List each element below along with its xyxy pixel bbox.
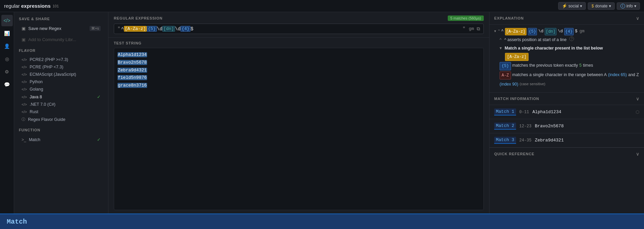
regex-header: REGULAR EXPRESSION 5 matches (560µs) (114, 15, 484, 21)
community-icon: ◎ (5, 56, 9, 62)
match-info-label: MATCH INFORMATION (494, 97, 539, 101)
terminal-icon: >_ (22, 137, 26, 142)
info-label: info (626, 4, 633, 8)
flavor-golang[interactable]: </> Golang (19, 86, 103, 93)
bottom-bar: Match (0, 214, 644, 229)
match-highlight-2: Bravo2n5678 (117, 60, 147, 65)
social-label: social (569, 4, 579, 8)
exp-backslash-d2: \d (558, 28, 563, 35)
match-3-value: Zebra9d4321 (535, 138, 564, 143)
exp-match-arrow: ▾ (500, 45, 502, 52)
code-icon-pcre2: </> (22, 58, 27, 62)
chat-icon: 💬 (4, 82, 10, 87)
add-community-button[interactable]: ▣ Add to Community Libr... (19, 35, 103, 44)
quick-ref-label: QUICK REFERENCE (494, 152, 535, 156)
exp-quant-num: 5 (579, 62, 582, 69)
sidebar-item-user[interactable]: 👤 (1, 40, 13, 52)
social-chevron-icon: ▾ (580, 4, 582, 8)
exp-class-box: [A-Za-z] (505, 53, 529, 61)
flavor-java8[interactable]: </> Java 8 ✓ (19, 93, 103, 101)
flavor-dotnet[interactable]: </> .NET 7.0 (C#) (19, 101, 103, 108)
donate-button[interactable]: $ donate ▾ (588, 2, 614, 10)
sidebar-item-settings[interactable]: ⚙ (1, 66, 13, 77)
flavor-guide[interactable]: ⓘ Regex Flavor Guide (19, 116, 103, 123)
exp-quant-desc-pre: matches the previous token exactly (512, 62, 578, 69)
flavor-ecmascript[interactable]: </> ECMAScript (JavaScript) (19, 71, 103, 78)
flavor-java8-check: ✓ (97, 94, 101, 99)
test-line-5: grace8n3716 (117, 82, 480, 89)
exp-quant-desc-post: times (583, 62, 593, 69)
regex-flags-area: " gm ⧉ (463, 26, 480, 32)
quick-ref-header: QUICK REFERENCE ∨ (489, 148, 644, 160)
donate-chevron-icon: ▾ (609, 4, 611, 8)
code-icon-java8: </> (22, 95, 27, 99)
function-match[interactable]: >_ Match ✓ (19, 135, 103, 144)
match-highlight-1: Alpha1d1234 (117, 52, 147, 57)
match-1-label: Match 1 (494, 108, 516, 116)
code-icon-python: </> (22, 80, 27, 84)
regex-caret: ^ (121, 26, 124, 32)
share-icon-1[interactable]: ⬡ (636, 109, 639, 115)
code-icon-rust: </> (22, 110, 27, 114)
save-share-title: SAVE & SHARE (19, 17, 103, 21)
test-line-3: Zebra9d4321 (117, 67, 480, 74)
nav-buttons: ⚡ social ▾ $ donate ▾ i info ▾ (558, 2, 640, 10)
exp-class-dn: [dn] (545, 28, 556, 35)
sidebar-item-chat[interactable]: 💬 (1, 79, 13, 90)
right-panel: EXPLANATION ∨ ▾ " ^ [A-Za-z] {5} \d [dn]… (489, 12, 644, 214)
flavor-pcre[interactable]: </> PCRE (PHP <7.3) (19, 63, 103, 71)
icon-sidebar: </> 📊 👤 ◎ ⚙ 💬 (0, 12, 14, 214)
regex-delim-open: " (117, 26, 120, 32)
exp-help-icon[interactable]: ? (569, 36, 574, 41)
regex-section-label: REGULAR EXPRESSION (114, 16, 163, 20)
function-title: FUNCTION (19, 128, 103, 132)
copy-button[interactable]: ⧉ (477, 26, 480, 32)
match-row-2: Match 2 12-23 Bravo2n5678 (489, 119, 644, 133)
flavor-section: FLAVOR </> PCRE2 (PHP >=7.3) </> PCRE (P… (19, 48, 103, 123)
match-row-1: Match 1 0-11 Alpha1d1234 ⬡ (489, 105, 644, 119)
regex-dollar: $ (191, 26, 193, 32)
exp-backslash-d: \d (538, 28, 543, 35)
flavor-pcre2[interactable]: </> PCRE2 (PHP >=7.3) (19, 56, 103, 63)
exp-quant-box: {5} (500, 62, 511, 70)
flavor-rust[interactable]: </> Rust (19, 108, 103, 116)
exp-range-num2: (index 90) (500, 81, 518, 88)
flavor-pcre-label: PCRE (PHP <7.3) (30, 65, 63, 69)
exp-quant1: {5} (528, 28, 537, 35)
sidebar-item-community[interactable]: ◎ (1, 53, 13, 65)
bottom-match-label: Match (7, 218, 27, 226)
code-icon-golang: </> (22, 87, 27, 91)
social-button[interactable]: ⚡ social ▾ (558, 2, 586, 10)
match-row-3: Match 3 24-35 Zebra9d4321 (489, 133, 644, 148)
match-2-value: Bravo2n5678 (535, 124, 564, 129)
logo: regular expressions 101 (4, 3, 59, 9)
flavor-ecma-label: ECMAScript (JavaScript) (30, 72, 76, 77)
exp-range-desc: matches a single character in the range … (512, 71, 607, 78)
exp-caret-arrow: ^ (500, 36, 502, 43)
sidebar-item-code[interactable]: </> (1, 15, 13, 26)
matches-badge: 5 matches (560µs) (448, 15, 484, 21)
explanation-collapse[interactable]: ∨ (636, 15, 639, 21)
logo-expressions: expressions (21, 3, 51, 9)
regex-input[interactable]: " ^ [A-Za-z] {5} \d [dn] \d {4} $ " gm ⧉ (114, 24, 484, 34)
exp-quant2: {4} (564, 28, 574, 35)
match-info-collapse[interactable]: ∨ (636, 96, 639, 101)
exp-regex-line: ▾ " ^ [A-Za-z] {5} \d [dn] \d {4} $ gm (494, 28, 639, 35)
exp-class-az: [A-Za-z] (505, 28, 527, 35)
save-new-regex-button[interactable]: ▣ Save new Regex ⌘+s (19, 24, 103, 33)
test-line-4: field5n9876 (117, 74, 480, 81)
match-highlight-3: Zebra9d4321 (117, 68, 147, 73)
exp-quote: " (498, 28, 500, 35)
settings-icon: ⚙ (5, 69, 9, 74)
test-string-section: TEST STRING Alpha1d1234 Bravo2n5678 Zebr… (108, 38, 489, 214)
flavor-guide-label: Regex Flavor Guide (28, 117, 65, 122)
quick-ref-collapse[interactable]: ∨ (636, 151, 639, 157)
exp-range-line: A-Z matches a single character in the ra… (494, 71, 639, 88)
donate-icon: $ (591, 4, 594, 8)
test-string-content[interactable]: Alpha1d1234 Bravo2n5678 Zebra9d4321 fiel… (114, 48, 484, 210)
sidebar-item-chart[interactable]: 📊 (1, 28, 13, 39)
flavor-python[interactable]: </> Python (19, 78, 103, 86)
info-button[interactable]: i info ▾ (617, 2, 640, 10)
info-icon: i (620, 4, 625, 8)
exp-match-title-line: ▾ Match a single character present in th… (494, 45, 639, 52)
